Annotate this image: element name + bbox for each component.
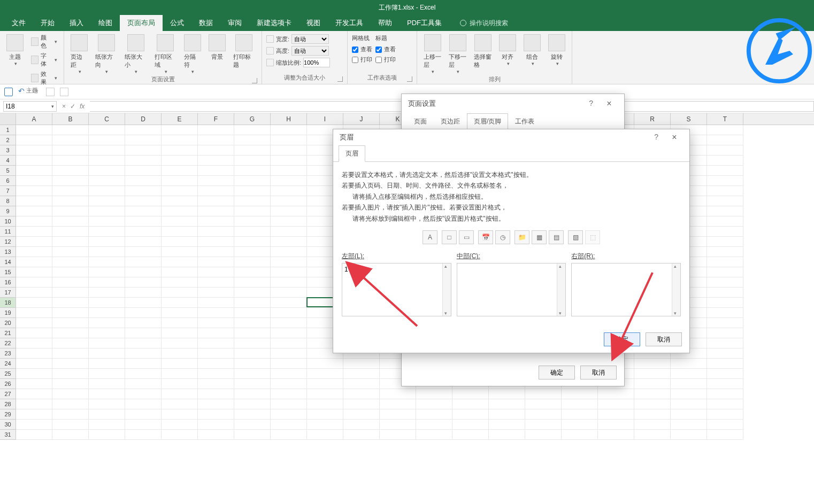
- column-header[interactable]: E: [162, 113, 198, 125]
- cell[interactable]: [162, 176, 198, 186]
- close-icon[interactable]: ×: [666, 133, 683, 142]
- cell[interactable]: [707, 227, 743, 237]
- cell[interactable]: [671, 399, 707, 409]
- cell[interactable]: [16, 399, 52, 409]
- row-header[interactable]: 18: [0, 298, 16, 308]
- cell[interactable]: [271, 267, 307, 277]
- cell[interactable]: [89, 156, 125, 166]
- cell[interactable]: [125, 227, 162, 237]
- cell[interactable]: [52, 237, 89, 247]
- cell[interactable]: [234, 267, 271, 277]
- cell[interactable]: [89, 267, 125, 277]
- size-button[interactable]: 纸张大小: [122, 33, 149, 75]
- cell[interactable]: [89, 186, 125, 196]
- cell[interactable]: [162, 420, 198, 430]
- cell[interactable]: [234, 389, 271, 399]
- cell[interactable]: [16, 420, 52, 430]
- cell[interactable]: [562, 409, 598, 420]
- cell[interactable]: [307, 409, 343, 420]
- cell[interactable]: [162, 318, 198, 328]
- cell[interactable]: [234, 288, 271, 298]
- column-header[interactable]: T: [707, 113, 743, 125]
- colors-button[interactable]: 颜色: [29, 33, 59, 50]
- insert-file-icon[interactable]: ▦: [532, 230, 547, 244]
- cell[interactable]: [234, 227, 271, 237]
- cell[interactable]: [271, 166, 307, 176]
- cell[interactable]: [52, 318, 89, 328]
- cell[interactable]: [162, 227, 198, 237]
- cell[interactable]: [198, 288, 234, 298]
- cell[interactable]: [198, 308, 234, 318]
- cell[interactable]: [234, 206, 271, 216]
- cell[interactable]: [125, 277, 162, 288]
- tab-插入[interactable]: 插入: [62, 15, 91, 31]
- cell[interactable]: [307, 389, 343, 399]
- format-picture-icon[interactable]: ⬚: [585, 230, 600, 244]
- cell[interactable]: [307, 399, 343, 409]
- cell[interactable]: [562, 399, 598, 409]
- row-header[interactable]: 29: [0, 409, 16, 420]
- cell[interactable]: [89, 216, 125, 227]
- cell[interactable]: [125, 247, 162, 257]
- cell[interactable]: [525, 409, 562, 420]
- row-header[interactable]: 14: [0, 257, 16, 267]
- cell[interactable]: [307, 379, 343, 389]
- cell[interactable]: [125, 267, 162, 277]
- scale-launcher[interactable]: [337, 76, 343, 82]
- cell[interactable]: [380, 430, 416, 440]
- insert-date-icon[interactable]: 📅: [478, 230, 493, 244]
- cell[interactable]: [198, 277, 234, 288]
- cell[interactable]: [271, 176, 307, 186]
- cell[interactable]: [52, 257, 89, 267]
- row-header[interactable]: 15: [0, 267, 16, 277]
- column-header[interactable]: G: [234, 113, 271, 125]
- cell[interactable]: [198, 298, 234, 308]
- cell[interactable]: [634, 430, 671, 440]
- pagesetup-tab[interactable]: 页面: [407, 113, 434, 130]
- cell[interactable]: [16, 318, 52, 328]
- cell[interactable]: [162, 145, 198, 156]
- effects-button[interactable]: 效果: [29, 69, 59, 87]
- cell[interactable]: [125, 348, 162, 359]
- row-header[interactable]: 6: [0, 176, 16, 186]
- cell[interactable]: [198, 389, 234, 399]
- column-header[interactable]: A: [16, 113, 52, 125]
- cell[interactable]: [89, 288, 125, 298]
- cell[interactable]: [307, 359, 343, 369]
- cell[interactable]: [198, 145, 234, 156]
- cell[interactable]: [89, 247, 125, 257]
- row-header[interactable]: 3: [0, 145, 16, 156]
- cell[interactable]: [707, 125, 743, 135]
- cell[interactable]: [707, 430, 743, 440]
- cell[interactable]: [707, 399, 743, 409]
- cell[interactable]: [198, 420, 234, 430]
- column-header[interactable]: D: [125, 113, 162, 125]
- cell[interactable]: [234, 237, 271, 247]
- cell[interactable]: [162, 399, 198, 409]
- cell[interactable]: [52, 369, 89, 379]
- cell[interactable]: [125, 420, 162, 430]
- cell[interactable]: [89, 196, 125, 206]
- backward-button[interactable]: 下移一层: [447, 33, 469, 75]
- cell[interactable]: [271, 196, 307, 206]
- cell[interactable]: [198, 359, 234, 369]
- cell[interactable]: [707, 338, 743, 348]
- cell[interactable]: [271, 389, 307, 399]
- row-header[interactable]: 10: [0, 216, 16, 227]
- cell[interactable]: [671, 369, 707, 379]
- cell[interactable]: [489, 389, 525, 399]
- cell[interactable]: [707, 298, 743, 308]
- fx-icon[interactable]: fx: [80, 103, 85, 110]
- row-header[interactable]: 11: [0, 227, 16, 237]
- row-header[interactable]: 22: [0, 338, 16, 348]
- cell[interactable]: [52, 277, 89, 288]
- cell[interactable]: [125, 216, 162, 227]
- cell[interactable]: [271, 135, 307, 145]
- cell[interactable]: [52, 206, 89, 216]
- cell[interactable]: [89, 257, 125, 267]
- width-select[interactable]: 自动: [291, 34, 329, 44]
- cell[interactable]: [125, 328, 162, 338]
- row-header[interactable]: 26: [0, 379, 16, 389]
- forward-button[interactable]: 上移一层: [421, 33, 443, 75]
- cell[interactable]: [562, 389, 598, 399]
